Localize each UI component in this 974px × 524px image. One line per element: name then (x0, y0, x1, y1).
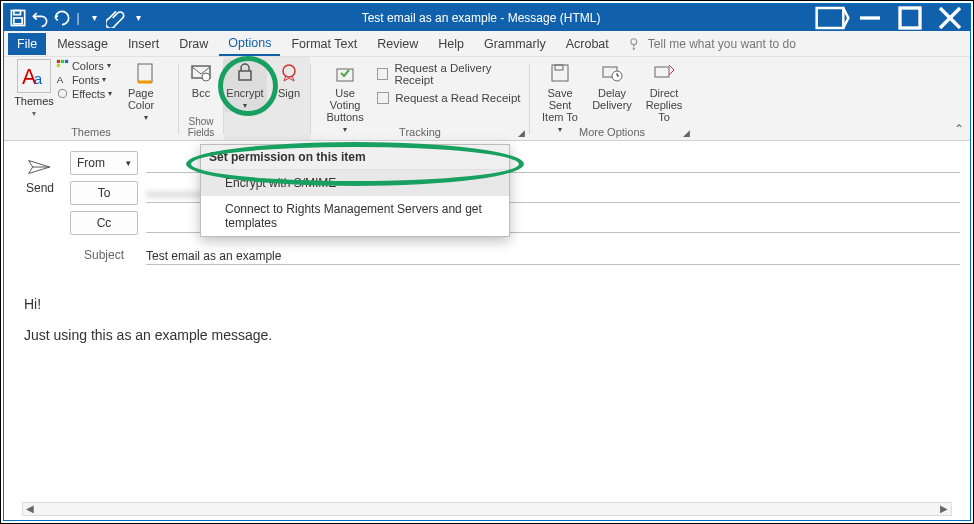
connect-rms-option[interactable]: Connect to Rights Management Servers and… (201, 196, 509, 236)
svg-rect-12 (57, 60, 60, 63)
attachment-icon[interactable] (106, 8, 126, 28)
encrypt-label: Encrypt (226, 87, 263, 99)
tab-acrobat[interactable]: Acrobat (557, 33, 618, 55)
svg-point-8 (631, 38, 637, 44)
title-bar: | ▾ ▾ Test email as an example - Message… (4, 4, 970, 31)
minimize-button[interactable] (850, 4, 890, 31)
bcc-label: Bcc (192, 87, 210, 99)
request-read-checkbox[interactable]: Request a Read Receipt (377, 89, 523, 107)
svg-text:A: A (57, 74, 64, 85)
qat-customize-icon[interactable]: ▾ (128, 8, 148, 28)
svg-rect-28 (655, 67, 669, 77)
send-label: Send (26, 181, 54, 195)
tell-me-input[interactable]: Tell me what you want to do (628, 37, 796, 51)
maximize-button[interactable] (890, 4, 930, 31)
connect-rms-label: Connect to Rights Management Servers and… (225, 202, 482, 230)
delay-delivery-button[interactable]: Delay Delivery (587, 59, 637, 136)
fonts-label: Fonts (72, 74, 100, 86)
to-button[interactable]: To (70, 181, 138, 205)
sign-button[interactable]: Sign (267, 59, 311, 112)
group-showfields-label: Show Fields (179, 116, 223, 138)
ribbon: Aa Themes ▾ Colors▾ AFonts▾ Effects▾ Pag… (4, 57, 970, 141)
chevron-down-icon[interactable]: ▾ (84, 8, 104, 28)
subject-label: Subject (70, 248, 138, 262)
tab-format-text[interactable]: Format Text (282, 33, 366, 55)
svg-rect-18 (138, 64, 152, 82)
svg-point-17 (58, 89, 66, 97)
tab-draw[interactable]: Draw (170, 33, 217, 55)
window-title: Test email as an example - Message (HTML… (152, 11, 810, 25)
delay-label: Delay Delivery (591, 87, 633, 111)
svg-rect-24 (552, 65, 568, 81)
horizontal-scrollbar[interactable]: ◀ ▶ (22, 502, 952, 516)
body-line: Hi! (24, 289, 950, 320)
svg-rect-1 (14, 10, 21, 14)
effects-button[interactable]: Effects▾ (56, 87, 122, 100)
encrypt-smime-label: Encrypt with S/MIME (225, 176, 336, 190)
sign-label: Sign (278, 87, 300, 99)
svg-rect-14 (65, 60, 68, 63)
group-tracking-label: Tracking (311, 126, 529, 138)
savesent-label: Save Sent Item To (537, 87, 583, 123)
tab-grammarly[interactable]: Grammarly (475, 33, 555, 55)
colors-button[interactable]: Colors▾ (56, 59, 122, 72)
svg-rect-15 (57, 64, 60, 67)
tab-message[interactable]: Message (48, 33, 117, 55)
effects-label: Effects (72, 88, 105, 100)
svg-rect-13 (61, 60, 64, 63)
page-color-button[interactable]: Page Color ▾ (124, 59, 168, 124)
tab-file[interactable]: File (8, 33, 46, 55)
group-themes-label: Themes (4, 126, 178, 138)
from-label: From (77, 156, 105, 170)
colors-label: Colors (72, 60, 104, 72)
chevron-down-icon: ▾ (126, 158, 131, 168)
svg-rect-2 (14, 18, 22, 24)
tab-review[interactable]: Review (368, 33, 427, 55)
save-sent-button[interactable]: Save Sent Item To ▾ (533, 59, 587, 136)
group-more-label: More Options (530, 126, 694, 138)
from-button[interactable]: From▾ (70, 151, 138, 175)
svg-rect-21 (239, 71, 251, 80)
chevron-down-icon[interactable]: ▾ (32, 109, 36, 118)
read-label: Request a Read Receipt (395, 92, 520, 104)
themes-button[interactable]: Aa (17, 59, 51, 93)
save-icon[interactable] (8, 8, 28, 28)
svg-rect-5 (900, 8, 920, 28)
tab-help[interactable]: Help (429, 33, 473, 55)
scroll-left-icon[interactable]: ◀ (23, 503, 37, 515)
bcc-button[interactable]: Bcc (179, 59, 223, 101)
cc-button[interactable]: Cc (70, 211, 138, 235)
body-line: Just using this as an example message. (24, 320, 950, 351)
tab-options[interactable]: Options (219, 32, 280, 56)
encrypt-dropdown: Set permission on this item Encrypt with… (200, 144, 510, 237)
svg-rect-25 (555, 65, 563, 70)
subject-field[interactable]: Test email as an example (146, 245, 960, 265)
encrypt-smime-option[interactable]: Encrypt with S/MIME (201, 170, 509, 196)
direct-label: Direct Replies To (641, 87, 687, 123)
svg-text:a: a (34, 71, 43, 87)
request-delivery-checkbox[interactable]: Request a Delivery Receipt (377, 65, 523, 83)
voting-button[interactable]: Use Voting Buttons ▾ (317, 59, 373, 136)
themes-label: Themes (14, 95, 54, 107)
dialog-launcher-icon[interactable]: ◢ (683, 128, 690, 138)
message-body[interactable]: Hi! Just using this as an example messag… (14, 265, 960, 375)
redo-icon[interactable] (52, 8, 72, 28)
svg-rect-3 (817, 8, 844, 28)
close-button[interactable] (930, 4, 970, 31)
undo-icon[interactable] (30, 8, 50, 28)
dialog-launcher-icon[interactable]: ◢ (518, 128, 525, 138)
direct-replies-button[interactable]: Direct Replies To (637, 59, 691, 136)
dropdown-header: Set permission on this item (201, 145, 509, 170)
scroll-right-icon[interactable]: ▶ (937, 503, 951, 515)
encrypt-button[interactable]: Encrypt ▾ (223, 59, 267, 112)
tab-insert[interactable]: Insert (119, 33, 168, 55)
svg-point-22 (283, 65, 295, 77)
svg-point-20 (202, 73, 210, 81)
collapse-ribbon-icon[interactable]: ⌃ (954, 122, 964, 136)
delivery-label: Request a Delivery Receipt (394, 62, 523, 86)
ribbon-display-icon[interactable] (810, 4, 850, 31)
send-button[interactable]: Send (20, 151, 60, 195)
page-color-label: Page Color (128, 87, 164, 111)
fonts-button[interactable]: AFonts▾ (56, 73, 122, 86)
tell-me-label: Tell me what you want to do (648, 37, 796, 51)
